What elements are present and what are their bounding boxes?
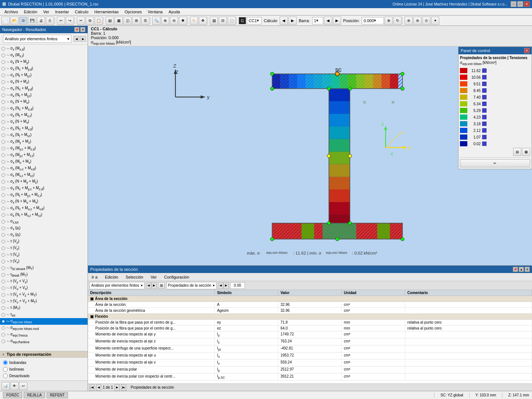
toolbar-c1[interactable]: 🔍 (152, 17, 160, 25)
toolbar-b4[interactable]: ⊞ (132, 17, 140, 25)
props-ver-btn[interactable]: Ver (149, 274, 159, 280)
nav-item-selected[interactable]: 〜 σeqv,von Mises (0, 318, 88, 325)
nav-item-30[interactable]: 〜 τ (Vz) (0, 245, 88, 252)
nav-item-19[interactable]: 〜 σx (Mu,t + Mv,t) (0, 172, 88, 178)
nav-close-btn[interactable]: ✕ (80, 27, 85, 32)
nav-item-3[interactable]: 〜 σx (Nc + My,d) (0, 65, 88, 72)
nav-item-5[interactable]: 〜 σx (N + Mz) (0, 79, 88, 85)
viz-area[interactable]: Z (88, 47, 532, 265)
toolbar-b2[interactable]: ▦ (115, 17, 123, 25)
toolbar-e2[interactable]: ⊚ (413, 17, 422, 25)
toolbar-print[interactable]: 🖨 (37, 17, 45, 25)
menu-herramientas[interactable]: Herramientas (91, 9, 122, 15)
toolbar-undo[interactable]: ↩ (57, 17, 65, 25)
nav-item-38[interactable]: 〜 τ (Vu + Vv + MT) (0, 298, 88, 305)
toolbar-recent[interactable]: ⊙ (19, 17, 27, 25)
nav-item-7[interactable]: 〜 σx (Nt + My,t) (0, 92, 88, 99)
panel-notes-btn[interactable]: ✏ (460, 159, 530, 167)
nav-item-18[interactable]: 〜 σx (Mu,c + Mv,d) (0, 165, 88, 172)
props-pin-btn[interactable]: 📌 (513, 267, 518, 272)
nav-item-0[interactable]: 〜 σx (Mx,d) (0, 45, 88, 52)
menu-calculo[interactable]: Cálculo (72, 9, 92, 15)
rejilla-btn[interactable]: REJILLA (24, 392, 45, 398)
nav-item-39[interactable]: 〜 τ (MT) (0, 305, 88, 311)
nav-prev-btn[interactable]: ◀ (74, 36, 79, 42)
toolbar-b5[interactable]: ☰ (141, 17, 149, 25)
minimize-button[interactable]: − (511, 1, 516, 7)
nav-item-rankine[interactable]: 〜 σeqv,Rankine (0, 338, 88, 345)
toolbar-refresh[interactable]: ↻ (393, 17, 402, 25)
props-next2-btn[interactable]: ▶ (224, 282, 229, 289)
toolbar-redo[interactable]: ↪ (66, 17, 74, 25)
nav-isolineas-option[interactable]: Isolíneas (3, 366, 85, 372)
nav-item-6[interactable]: 〜 σx (Nc + My,d) (0, 85, 88, 92)
nav-footer-btn1[interactable]: 📊 (1, 382, 10, 390)
panel-chart-btn[interactable]: ▦ (522, 148, 530, 156)
toolbar-prev-barra[interactable]: ◀ (324, 17, 332, 25)
toolbar-c2[interactable]: ⊕ (161, 17, 169, 25)
props-edicion-btn[interactable]: Edición (103, 274, 120, 280)
maximize-button[interactable]: □ (517, 1, 523, 7)
forzc-btn[interactable]: FORZC (3, 392, 22, 398)
nav-item-36[interactable]: 〜 τ (Vu + Vv) (0, 285, 88, 291)
nav-pin-btn[interactable]: 📌 (74, 27, 79, 32)
nav-item-mod[interactable]: 〜 σeqv,von Mises.mod (0, 325, 88, 331)
props-last-page-btn[interactable]: ▶| (121, 384, 126, 391)
nav-item-34[interactable]: 〜 τBredt (MT) (0, 272, 88, 278)
expand-flexion-icon[interactable]: ▣ (90, 314, 93, 318)
toolbar-next-combo[interactable]: ▶ (289, 17, 297, 25)
panel-table-btn[interactable]: ▤ (513, 148, 521, 156)
props-prev-page-btn[interactable]: ◀ (96, 384, 101, 391)
toolbar-paste[interactable]: 📋 (95, 17, 103, 25)
toolbar-layer[interactable]: ▧ (210, 17, 218, 25)
nav-item-16[interactable]: 〜 σx (My,t + Mz,t) (0, 152, 88, 158)
toolbar-e3[interactable]: ⊙ (422, 17, 430, 25)
menu-edicion[interactable]: Edición (21, 9, 40, 15)
nav-item-15[interactable]: 〜 σx (My,c + Mz,d) (0, 145, 88, 152)
toolbar-barra-dropdown[interactable]: 1▾ (312, 17, 323, 24)
props-prev-btn[interactable]: ◀ (146, 282, 151, 289)
nav-item-4[interactable]: 〜 σx (Nt + My,t) (0, 72, 88, 79)
nav-item-33[interactable]: 〜 τSt.Venant (MT) (0, 265, 88, 272)
toolbar-c4[interactable]: ✱ (179, 17, 187, 25)
nav-item-31[interactable]: 〜 τ (Vu) (0, 252, 88, 258)
props-first-page-btn[interactable]: |◀ (89, 384, 95, 391)
nav-desactivado-option[interactable]: Desactivado (3, 372, 85, 379)
nav-item-27[interactable]: 〜 σx (pi) (0, 225, 88, 232)
nav-footer-btn2[interactable]: 👁 (10, 382, 18, 390)
nav-item-23[interactable]: 〜 σx (N + Mu + Mv) (0, 198, 88, 205)
toolbar-cut[interactable]: ✂ (77, 17, 85, 25)
nav-item-24[interactable]: 〜 σx (Nc + Mu,c + Mv,d) (0, 205, 88, 212)
nav-item-14[interactable]: 〜 σx (My + Mz) (0, 139, 88, 145)
nav-item-2[interactable]: 〜 σx (N + My) (0, 59, 88, 65)
nav-item-12[interactable]: 〜 σx (Nc + Mv,d) (0, 125, 88, 132)
toolbar-save[interactable]: 💾 (28, 17, 36, 25)
toolbar-open[interactable]: 📂 (10, 17, 18, 25)
nav-analysis-dropdown[interactable]: Análisis por elementos finitos ▾ (3, 35, 71, 43)
nav-item-35[interactable]: 〜 τ (Vy + Vz) (0, 278, 88, 285)
props-ira-btn[interactable]: Ir a (89, 274, 100, 280)
toolbar-g-dropdown[interactable]: G (239, 17, 246, 24)
group-flexion-header[interactable]: ▣ Flexión (88, 314, 532, 320)
nav-item-13[interactable]: 〜 σx (Nt + Mv,t) (0, 132, 88, 139)
toolbar-print2[interactable]: ⎙ (46, 17, 54, 25)
nav-footer-btn3[interactable]: ↩ (19, 382, 27, 390)
nav-next-btn[interactable]: ▶ (80, 36, 86, 42)
menu-insertar[interactable]: Insertar (52, 9, 72, 15)
menu-ver[interactable]: Ver (40, 9, 52, 15)
toolbar-e4[interactable]: ✦ (431, 17, 439, 25)
nav-item-40[interactable]: 〜 τtot (0, 311, 88, 318)
toolbar-b3[interactable]: ◫ (123, 17, 132, 25)
nav-item-26[interactable]: 〜 σx,tot (0, 218, 88, 225)
nav-item-11[interactable]: 〜 σx (N + Mv) (0, 119, 88, 125)
nav-item-25[interactable]: 〜 σx (Nt + Mu,t + Mv,t) (0, 212, 88, 218)
props-config-btn[interactable]: Configuración (162, 274, 191, 280)
group-area-header[interactable]: ▣ Área de la sección (88, 296, 532, 302)
panel-control-close[interactable]: ✕ (524, 48, 529, 53)
toolbar-b1[interactable]: ▤ (106, 17, 114, 25)
toolbar-posicion-dropdown[interactable]: 0.000▾ (362, 17, 384, 24)
toolbar-prev-combo[interactable]: ◀ (280, 17, 288, 25)
toolbar-new[interactable]: 📄 (1, 17, 10, 25)
toolbar-cc-dropdown[interactable]: CC1▾ (247, 17, 262, 24)
nav-item-tresca[interactable]: 〜 σeqv,Tresca (0, 331, 88, 338)
